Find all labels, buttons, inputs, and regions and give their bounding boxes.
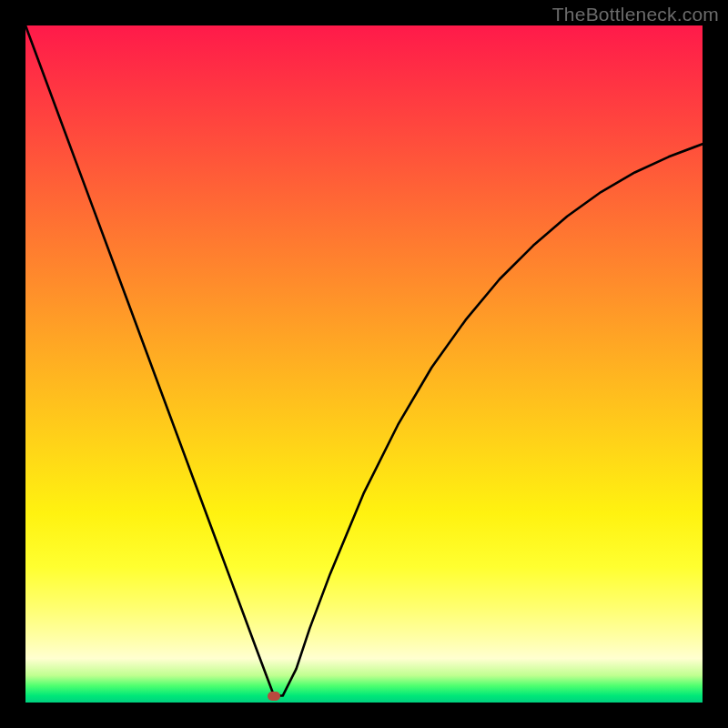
minimum-marker-icon [268, 692, 280, 701]
bottleneck-curve [25, 25, 703, 703]
plot-area [25, 25, 703, 703]
watermark-text: TheBottleneck.com [552, 4, 719, 25]
chart-frame: TheBottleneck.com [0, 0, 728, 728]
